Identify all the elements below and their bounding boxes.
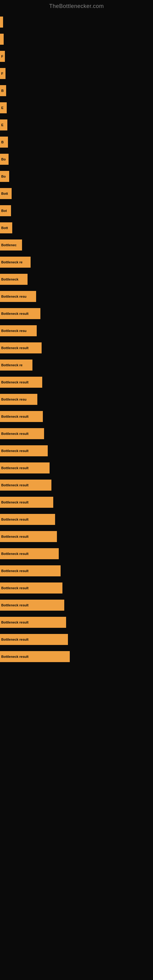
bar-label: Bottleneck result [1, 500, 29, 504]
bar-label: Bottleneck result [1, 603, 29, 607]
bar-row: Bottleneck re [0, 254, 153, 270]
bar-label: Bottleneck result [1, 569, 29, 573]
bar-label: F [1, 54, 3, 58]
bar-label: Bottleneck result [1, 517, 29, 521]
bar-label: Bottleneck resu [1, 294, 27, 298]
bar-item: Bottleneck result [0, 480, 51, 491]
bar-row: Bottleneck result [0, 305, 153, 321]
bar-row: Bottleneck resu [0, 323, 153, 339]
bar-row: Bottlenec [0, 237, 153, 253]
bar-item: Bottleneck result [0, 377, 42, 388]
bar-item: F [0, 68, 5, 79]
site-title: TheBottlenecker.com [0, 0, 153, 11]
bar-row: Bottleneck result [0, 528, 153, 544]
bar-label: Bottleneck result [1, 483, 29, 487]
bar-row: Bottleneck result [0, 460, 153, 476]
bar-row: F [0, 65, 153, 81]
bar-item: Bottleneck resu [0, 291, 36, 302]
bar-label: Bot [1, 209, 7, 213]
bar-label: Bo [1, 175, 6, 178]
bar-label: Bottleneck result [1, 432, 29, 436]
bar-row [0, 14, 153, 30]
bar-label: E [1, 123, 3, 127]
bar-label: Bottleneck result [1, 312, 29, 315]
bar-label: Bott [1, 192, 8, 196]
bar-row: Bo [0, 151, 153, 167]
bar-row: Bottleneck result [0, 426, 153, 442]
bar-item: Bottleneck resu [0, 325, 37, 336]
bar-label: E [1, 106, 3, 110]
bar-item: Bottleneck result [0, 463, 49, 474]
bar-row: B [0, 83, 153, 99]
bar-item: Bottleneck result [0, 411, 43, 422]
bar-item: Bott [0, 222, 12, 233]
bar-item: Bottleneck re [0, 360, 32, 371]
bar-label: Bottleneck [1, 277, 18, 281]
bar-label: Bo [1, 158, 6, 161]
bar-row: Bottleneck result [0, 511, 153, 527]
bar-label: Bottleneck result [1, 552, 29, 555]
bar-row: Bott [0, 220, 153, 236]
bar-label: Bottleneck result [1, 655, 29, 659]
bar-item: Bottleneck result [0, 582, 62, 593]
bar-row: Bottleneck result [0, 340, 153, 356]
bar-row: Bottleneck result [0, 494, 153, 510]
bars-container: FFBEEBBoBoBottBotBottBottlenecBottleneck… [0, 11, 153, 669]
bar-item [0, 16, 3, 27]
bar-label: Bottleneck result [1, 346, 29, 350]
bar-row: E [0, 100, 153, 116]
bar-label: Bottleneck re [1, 260, 22, 264]
bar-label: Bottleneck re [1, 363, 22, 367]
bar-label: Bottleneck resu [1, 398, 27, 401]
bar-row: Bottleneck result [0, 580, 153, 596]
bar-label: Bottleneck result [1, 466, 29, 470]
bar-item: Bottleneck result [0, 428, 44, 439]
bar-row: Bottleneck result [0, 374, 153, 390]
bar-item: Bottleneck result [0, 531, 57, 542]
bar-item: Bottleneck [0, 274, 27, 285]
bar-label: Bottleneck resu [1, 329, 27, 332]
bar-item: Bottleneck result [0, 514, 55, 525]
bar-item: Bottleneck re [0, 257, 30, 268]
bar-label: Bottleneck result [1, 586, 29, 590]
bar-item: Bottleneck result [0, 342, 41, 353]
bar-row: Bottleneck result [0, 649, 153, 665]
bar-row: Bottleneck [0, 271, 153, 287]
bar-row: Bottleneck resu [0, 391, 153, 407]
bar-row: Bottleneck result [0, 563, 153, 579]
bar-item: Bottleneck result [0, 651, 70, 662]
bar-row: Bottleneck result [0, 546, 153, 562]
bar-row: B [0, 134, 153, 150]
bar-item: Bottleneck result [0, 548, 59, 559]
bar-item: Bottleneck result [0, 308, 40, 319]
bar-label: Bottleneck result [1, 449, 29, 453]
bar-item: Bottleneck result [0, 600, 64, 611]
bar-item: Bottleneck resu [0, 394, 37, 405]
bar-item: Bo [0, 171, 9, 182]
bar-item: Bottlenec [0, 240, 22, 250]
bar-label: Bottleneck result [1, 415, 29, 418]
bar-label: Bottleneck result [1, 620, 29, 624]
bar-item: Bo [0, 154, 9, 165]
bar-item: E [0, 119, 7, 130]
bar-row: Bottleneck result [0, 597, 153, 613]
bar-label: Bott [1, 226, 8, 230]
bar-item: Bottleneck result [0, 634, 68, 645]
bar-item: Bottleneck result [0, 565, 61, 576]
bar-row: Bottleneck result [0, 409, 153, 425]
bar-item: Bot [0, 205, 11, 216]
bar-row: F [0, 48, 153, 64]
bar-row [0, 31, 153, 47]
bar-row: Bottleneck result [0, 614, 153, 630]
bar-row: Bottleneck re [0, 357, 153, 373]
bar-item: B [0, 137, 8, 148]
bar-item: Bottleneck result [0, 617, 66, 628]
bar-label: Bottlenec [1, 243, 16, 247]
bar-row: Bottleneck result [0, 443, 153, 459]
bar-label: Bottleneck result [1, 638, 29, 641]
bar-row: Bo [0, 169, 153, 185]
bar-label: B [1, 89, 4, 92]
bar-item: E [0, 102, 7, 113]
bar-label: F [1, 72, 3, 75]
bar-label: Bottleneck result [1, 380, 29, 384]
